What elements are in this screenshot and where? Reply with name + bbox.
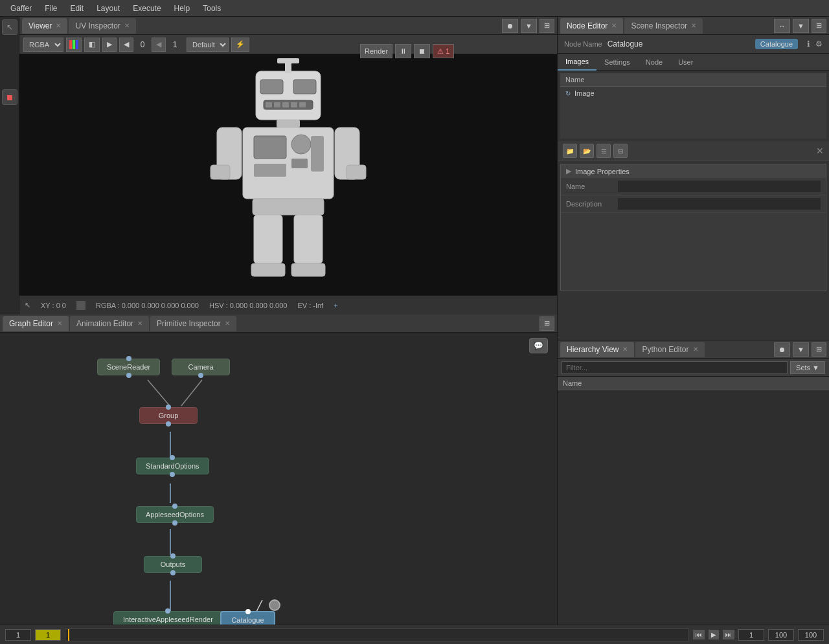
tab-scene-inspector[interactable]: Scene Inspector ✕ xyxy=(624,18,703,34)
add-channel-btn[interactable]: + xyxy=(334,302,337,309)
menu-gaffer[interactable]: Gaffer xyxy=(5,3,37,14)
tab-primitive-inspector[interactable]: Primitive Inspector ✕ xyxy=(150,316,236,331)
menu-edit[interactable]: Edit xyxy=(65,3,89,14)
img-prop-desc-value[interactable] xyxy=(618,198,821,210)
svg-rect-24 xyxy=(251,263,285,276)
folder-add-icon-btn[interactable]: 📂 xyxy=(580,144,594,158)
node-editor-menu-btn[interactable]: ▼ xyxy=(793,19,809,33)
svg-rect-25 xyxy=(294,215,323,263)
svg-rect-22 xyxy=(253,199,324,215)
node-editor-layout-btn[interactable]: ↔ xyxy=(774,19,790,33)
node-camera[interactable]: Camera xyxy=(172,359,230,375)
tab-scene-inspector-close[interactable]: ✕ xyxy=(691,22,696,29)
hierarchy-record-btn[interactable]: ⏺ xyxy=(774,342,790,357)
svg-rect-23 xyxy=(254,215,282,263)
ne-tab-images[interactable]: Images xyxy=(558,54,596,71)
render-warning-btn[interactable]: ⚠ 1 xyxy=(433,44,454,58)
list-icon-btn[interactable]: ☰ xyxy=(596,144,611,158)
hierarchy-grid-btn[interactable]: ⊞ xyxy=(812,342,826,357)
tab-python-editor[interactable]: Python Editor ✕ xyxy=(635,342,704,357)
graph-grid-btn[interactable]: ⊞ xyxy=(539,316,554,331)
xy-coords: XY : 0 0 xyxy=(41,302,66,309)
render-stop-btn[interactable]: ⏹ xyxy=(414,44,430,58)
tab-graph-close[interactable]: ✕ xyxy=(57,320,62,327)
gamma-value: 1 xyxy=(168,40,181,49)
timeline-next-btn[interactable]: ⏭ xyxy=(723,630,734,639)
red-marker-button[interactable]: ◼ xyxy=(2,89,17,105)
node-settings-btn[interactable]: ⚙ xyxy=(815,39,823,49)
viewer-toolbar: RGBA RGB A ◧ ▶ ◀ 0 ◀ 1 xyxy=(19,35,557,54)
tab-primitive-close[interactable]: ✕ xyxy=(225,320,230,327)
robot-image xyxy=(207,58,369,291)
color-bars-btn[interactable] xyxy=(66,38,82,52)
menu-layout[interactable]: Layout xyxy=(91,3,125,14)
node-standard-options[interactable]: StandardOptions xyxy=(136,458,209,474)
viewer-status: ↖ XY : 0 0 RGBA : 0.000 0.000 0.000 0.00… xyxy=(19,295,557,315)
right-panel: Node Editor ✕ Scene Inspector ✕ ↔ ▼ ⊞ No… xyxy=(557,17,829,625)
gamma-indicator[interactable]: ◀ xyxy=(152,38,166,52)
message-bubble[interactable]: 💬 xyxy=(529,338,548,353)
node-group[interactable]: Group xyxy=(139,407,198,424)
viewer-grid-btn[interactable]: ⊞ xyxy=(539,19,554,33)
img-prop-header[interactable]: ▶ Image Properties xyxy=(561,164,826,178)
filter-input[interactable] xyxy=(562,361,788,374)
svg-rect-2 xyxy=(277,58,299,63)
tab-node-editor-close[interactable]: ✕ xyxy=(611,22,617,29)
folder-icon-btn[interactable]: 📁 xyxy=(563,144,577,158)
tab-python-close[interactable]: ✕ xyxy=(693,346,698,353)
node-editor-grid-btn[interactable]: ⊞ xyxy=(812,19,826,33)
viewer-menu-btn[interactable]: ▼ xyxy=(521,19,537,33)
table-empty-row-3 xyxy=(560,126,826,139)
tab-graph-editor[interactable]: Graph Editor ✕ xyxy=(3,316,69,331)
timeline-play-btn[interactable]: ▶ xyxy=(709,630,719,639)
svg-rect-4 xyxy=(293,80,316,94)
timeline-prev-btn[interactable]: ⏮ xyxy=(693,630,705,639)
tab-viewer[interactable]: Viewer ✕ xyxy=(22,18,67,34)
img-prop-desc-label: Description xyxy=(566,200,618,208)
node-scene-reader[interactable]: SceneReader xyxy=(97,359,160,375)
tab-hierarchy-view[interactable]: Hierarchy View ✕ xyxy=(560,342,634,357)
menu-execute[interactable]: Execute xyxy=(128,3,166,14)
split-icon-btn[interactable]: ⊟ xyxy=(613,144,628,158)
graph-canvas[interactable]: 💬 SceneReader Camera G xyxy=(0,333,557,625)
tab-hierarchy-close[interactable]: ✕ xyxy=(622,346,628,353)
ev-value: EV : -Inf xyxy=(297,302,323,309)
lightning-btn[interactable]: ⚡ xyxy=(231,38,249,52)
img-prop-name-value[interactable] xyxy=(618,181,821,192)
timeline-track[interactable] xyxy=(65,628,689,641)
node-catalogue[interactable]: Catalogue xyxy=(220,611,275,625)
tab-uv-inspector-close[interactable]: ✕ xyxy=(124,22,130,29)
preset-select[interactable]: Default xyxy=(187,38,229,52)
menu-help[interactable]: Help xyxy=(169,3,196,14)
node-outputs[interactable]: Outputs xyxy=(144,556,202,573)
arrow-tool-button[interactable]: ↖ xyxy=(2,19,17,35)
ne-tab-user[interactable]: User xyxy=(670,54,701,71)
img-prop-name: Name xyxy=(561,178,826,195)
viewer-record-btn[interactable]: ⏺ xyxy=(502,19,518,33)
tab-viewer-close[interactable]: ✕ xyxy=(56,22,61,29)
tab-animation-close[interactable]: ✕ xyxy=(137,320,142,327)
ne-tab-settings[interactable]: Settings xyxy=(596,54,638,71)
tab-animation-editor[interactable]: Animation Editor ✕ xyxy=(70,316,149,331)
ne-tab-node[interactable]: Node xyxy=(638,54,670,71)
menu-file[interactable]: File xyxy=(40,3,62,14)
timeline-position-marker xyxy=(68,629,69,641)
table-row-image[interactable]: ↻ Image xyxy=(560,87,826,100)
node-appleseed-options[interactable]: AppleseedOptions xyxy=(136,506,214,523)
close-panel-btn[interactable]: ✕ xyxy=(816,146,824,156)
tab-uv-inspector[interactable]: UV Inspector ✕ xyxy=(69,18,135,34)
exposure-down-btn[interactable]: ◀ xyxy=(119,38,133,52)
sets-button[interactable]: Sets ▼ xyxy=(790,361,825,374)
tab-node-editor[interactable]: Node Editor ✕ xyxy=(560,18,623,34)
table-empty-row-1 xyxy=(560,100,826,113)
render-pause-btn[interactable]: ⏸ xyxy=(395,44,411,58)
hierarchy-menu-btn[interactable]: ▼ xyxy=(793,342,809,357)
node-interactive-render[interactable]: InteractiveAppleseedRender xyxy=(113,611,223,625)
node-info-btn[interactable]: ℹ xyxy=(807,39,810,49)
timeline-current[interactable]: 1 xyxy=(35,629,61,641)
clamp-btn[interactable]: ▶ xyxy=(102,38,117,52)
solo-btn[interactable]: ◧ xyxy=(84,38,100,52)
channel-select[interactable]: RGBA RGB A xyxy=(23,38,63,52)
menu-tools[interactable]: Tools xyxy=(198,3,226,14)
render-button[interactable]: Render xyxy=(360,44,392,58)
